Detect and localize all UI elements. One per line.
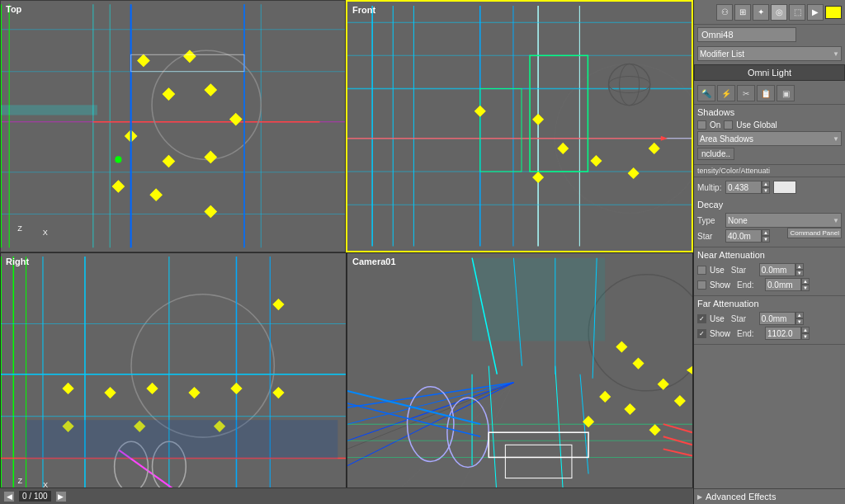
far-attenuation-section: Far Attenuation ✓ Use Star ▲ ▼ ✓ Show En… bbox=[694, 296, 845, 345]
svg-rect-90 bbox=[26, 420, 338, 458]
near-start-down[interactable]: ▼ bbox=[795, 270, 804, 276]
near-start-spinner[interactable]: ▲ ▼ bbox=[759, 263, 804, 276]
light-icon-2[interactable]: ⚡ bbox=[717, 85, 735, 101]
intensity-color-box[interactable] bbox=[773, 181, 796, 194]
multip-row: Multip: ▲ ▼ bbox=[694, 179, 845, 195]
toolbar-icon-4[interactable]: ◎ bbox=[771, 4, 787, 21]
far-start-up[interactable]: ▲ bbox=[795, 312, 804, 318]
toolbar-icon-5[interactable]: ⬚ bbox=[789, 4, 805, 21]
multip-down[interactable]: ▼ bbox=[762, 187, 770, 194]
bottom-bar: ◀ 0 / 100 ▶ bbox=[0, 488, 693, 504]
svg-rect-63 bbox=[1, 256, 346, 500]
name-row bbox=[694, 25, 845, 45]
decay-start-row: Star ▲ ▼ Command Panel bbox=[697, 229, 842, 243]
shadows-global-checkbox[interactable] bbox=[724, 120, 733, 130]
viewport-top[interactable]: Top bbox=[0, 0, 346, 252]
main-container: Top bbox=[0, 0, 845, 504]
far-attenuation-header: Far Attenuation bbox=[697, 299, 842, 309]
light-icon-4[interactable]: 📋 bbox=[757, 85, 775, 101]
svg-text:Z: Z bbox=[17, 477, 22, 485]
advanced-effects-bar[interactable]: ▶ Advanced Effects bbox=[694, 488, 845, 504]
panel-spacer bbox=[694, 345, 845, 488]
decay-start-down[interactable]: ▼ bbox=[762, 236, 770, 243]
shadows-section: Shadows On Use Global Area Shadows ▼ ncl… bbox=[694, 105, 845, 165]
object-color-swatch[interactable] bbox=[825, 6, 842, 19]
viewports-area: Top bbox=[0, 0, 693, 504]
decay-start-btns: ▲ ▼ bbox=[762, 229, 770, 243]
top-viewport-row: Top bbox=[0, 0, 693, 252]
far-start-down[interactable]: ▼ bbox=[795, 318, 804, 325]
shadows-header: Shadows bbox=[697, 107, 842, 117]
near-end-down[interactable]: ▼ bbox=[801, 285, 810, 291]
near-start-input[interactable] bbox=[759, 263, 795, 276]
modifier-list-dropdown[interactable]: Modifier List ▼ bbox=[697, 46, 842, 61]
object-name-input[interactable] bbox=[697, 27, 796, 42]
far-end-input[interactable] bbox=[765, 327, 801, 340]
svg-text:X: X bbox=[43, 228, 48, 237]
light-icon-1[interactable]: 🔦 bbox=[697, 85, 715, 101]
far-use-row: ✓ Use Star ▲ ▼ bbox=[697, 312, 842, 325]
toolbar-icon-6[interactable]: ▶ bbox=[807, 4, 824, 21]
modifier-list-arrow: ▼ bbox=[833, 50, 839, 58]
viewport-camera-label: Camera01 bbox=[352, 257, 396, 266]
intensity-header: tensity/Color/Attenuati bbox=[694, 165, 845, 177]
light-icon-5[interactable]: ▣ bbox=[777, 85, 795, 101]
decay-start-input[interactable] bbox=[725, 229, 762, 243]
multip-input[interactable] bbox=[725, 181, 762, 194]
far-end-spinner[interactable]: ▲ ▼ bbox=[765, 327, 810, 340]
viewport-right-label: Right bbox=[6, 257, 29, 266]
shadows-type-dropdown[interactable]: Area Shadows ▼ bbox=[697, 131, 842, 146]
shadows-on-row: On Use Global bbox=[697, 120, 842, 130]
near-end-spinner[interactable]: ▲ ▼ bbox=[765, 278, 810, 291]
near-attenuation-header: Near Attenuation bbox=[697, 250, 842, 260]
decay-type-row: Type None ▼ bbox=[697, 213, 842, 228]
svg-rect-0 bbox=[1, 4, 345, 247]
decay-start-up[interactable]: ▲ bbox=[762, 229, 770, 236]
near-use-checkbox[interactable] bbox=[697, 266, 706, 275]
frame-prev-button[interactable]: ◀ bbox=[3, 491, 15, 502]
far-end-down[interactable]: ▼ bbox=[801, 333, 810, 340]
multip-spinner[interactable]: ▲ ▼ bbox=[725, 181, 770, 194]
multip-up[interactable]: ▲ bbox=[762, 181, 770, 187]
near-show-row: Show End: ▲ ▼ bbox=[697, 278, 842, 291]
toolbar-icon-2[interactable]: ⊞ bbox=[734, 4, 751, 21]
far-start-btns: ▲ ▼ bbox=[795, 312, 804, 325]
decay-section: Decay Type None ▼ Star ▲ ▼ bbox=[694, 197, 845, 247]
viewport-right[interactable]: Right bbox=[0, 252, 347, 505]
svg-rect-121 bbox=[472, 257, 605, 341]
panel-toolbar: ⚇ ⊞ ✦ ◎ ⬚ ▶ bbox=[694, 0, 845, 25]
shadows-include-button[interactable]: nclude.. bbox=[697, 148, 734, 160]
modifier-list-row: Modifier List ▼ bbox=[694, 45, 845, 63]
viewport-top-label: Top bbox=[6, 4, 21, 14]
advanced-effects-icon: ▶ bbox=[697, 493, 702, 501]
decay-start-spinner[interactable]: ▲ ▼ bbox=[725, 229, 770, 243]
viewport-camera[interactable]: Camera01 bbox=[347, 252, 693, 505]
near-show-checkbox[interactable] bbox=[697, 280, 706, 290]
multip-spinner-btns: ▲ ▼ bbox=[762, 181, 770, 194]
shadows-type-row: Area Shadows ▼ bbox=[697, 131, 842, 146]
viewport-front[interactable]: Front bbox=[346, 0, 693, 252]
far-use-checkbox[interactable]: ✓ bbox=[697, 314, 706, 323]
decay-type-dropdown[interactable]: None ▼ bbox=[725, 213, 842, 228]
far-end-up[interactable]: ▲ bbox=[801, 327, 810, 333]
omni-light-bar: Omni Light bbox=[694, 64, 845, 81]
frame-next-button[interactable]: ▶ bbox=[55, 491, 67, 502]
near-start-up[interactable]: ▲ bbox=[795, 263, 804, 270]
shadows-type-arrow: ▼ bbox=[833, 135, 839, 143]
near-attenuation-section: Near Attenuation Use Star ▲ ▼ Show End: bbox=[694, 247, 845, 296]
near-end-input[interactable] bbox=[765, 278, 801, 291]
command-panel-button[interactable]: Command Panel bbox=[787, 228, 842, 238]
near-end-up[interactable]: ▲ bbox=[801, 278, 810, 285]
toolbar-icon-3[interactable]: ✦ bbox=[753, 4, 769, 21]
decay-header: Decay bbox=[697, 200, 842, 210]
far-start-spinner[interactable]: ▲ ▼ bbox=[759, 312, 804, 325]
shadows-on-checkbox[interactable] bbox=[697, 120, 706, 130]
light-icon-row: 🔦 ⚡ ✂ 📋 ▣ bbox=[694, 82, 845, 105]
near-end-btns: ▲ ▼ bbox=[801, 278, 810, 291]
far-show-checkbox[interactable]: ✓ bbox=[697, 329, 706, 338]
toolbar-icon-1[interactable]: ⚇ bbox=[716, 4, 733, 21]
svg-rect-28 bbox=[1, 105, 97, 115]
light-icon-3[interactable]: ✂ bbox=[737, 85, 755, 101]
far-end-btns: ▲ ▼ bbox=[801, 327, 810, 340]
far-start-input[interactable] bbox=[759, 312, 795, 325]
